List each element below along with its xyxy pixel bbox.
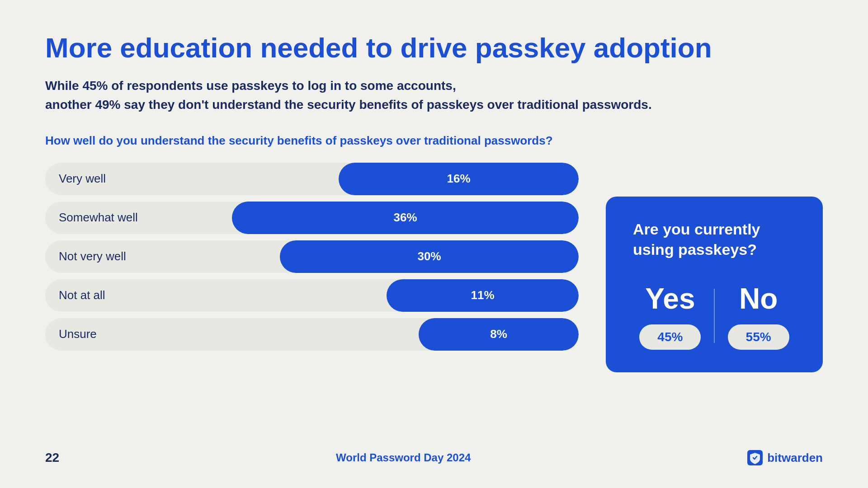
bar-fill-3: 11%: [387, 279, 579, 312]
divider: [714, 289, 715, 343]
yes-label: Yes: [645, 282, 695, 315]
bitwarden-logo: bitwarden: [747, 450, 823, 465]
card-question: Are you currently using passkeys?: [633, 219, 796, 259]
bar-value-0: 16%: [447, 172, 470, 186]
bar-value-1: 36%: [393, 211, 417, 225]
left-panel: How well do you understand the security …: [45, 132, 579, 436]
bitwarden-logo-icon: [747, 450, 763, 465]
bar-label-1: Somewhat well: [59, 211, 138, 225]
page-number: 22: [45, 450, 59, 465]
bar-row-1: Somewhat well36%: [45, 202, 579, 234]
card-answers: Yes 45% No 55%: [633, 282, 796, 350]
bar-fill-4: 8%: [419, 318, 579, 351]
bar-chart: Very well16%Somewhat well36%Not very wel…: [45, 163, 579, 351]
no-column: No 55%: [728, 282, 789, 350]
content-area: How well do you understand the security …: [45, 132, 823, 436]
bar-value-2: 30%: [418, 249, 441, 263]
subtitle: While 45% of respondents use passkeys to…: [45, 76, 823, 114]
bar-value-4: 8%: [490, 327, 507, 341]
subtitle-line2: another 49% say they don't understand th…: [45, 98, 652, 112]
bar-label-3: Not at all: [59, 288, 105, 302]
main-title: More education needed to drive passkey a…: [45, 32, 823, 64]
bar-fill-1: 36%: [232, 202, 579, 234]
no-label: No: [739, 282, 778, 315]
yes-pct: 45%: [639, 324, 701, 350]
bar-value-3: 11%: [471, 288, 495, 302]
bar-fill-0: 16%: [339, 163, 579, 195]
footer-center-text: World Password Day 2024: [336, 451, 471, 464]
bar-label-2: Not very well: [59, 249, 126, 263]
yes-column: Yes 45%: [639, 282, 701, 350]
chart-question: How well do you understand the security …: [45, 132, 579, 149]
bar-row-2: Not very well30%: [45, 240, 579, 273]
no-pct: 55%: [728, 324, 789, 350]
footer: 22 World Password Day 2024 bitwarden: [45, 450, 823, 465]
passkey-card: Are you currently using passkeys? Yes 45…: [606, 197, 823, 372]
bar-label-0: Very well: [59, 172, 106, 186]
bar-row-0: Very well16%: [45, 163, 579, 195]
bar-row-4: Unsure8%: [45, 318, 579, 351]
subtitle-line1: While 45% of respondents use passkeys to…: [45, 79, 456, 93]
bitwarden-logo-text: bitwarden: [767, 451, 823, 465]
bar-row-3: Not at all11%: [45, 279, 579, 312]
right-panel: Are you currently using passkeys? Yes 45…: [606, 132, 823, 436]
bar-label-4: Unsure: [59, 327, 97, 341]
page: More education needed to drive passkey a…: [0, 0, 868, 488]
bar-fill-2: 30%: [280, 240, 579, 273]
